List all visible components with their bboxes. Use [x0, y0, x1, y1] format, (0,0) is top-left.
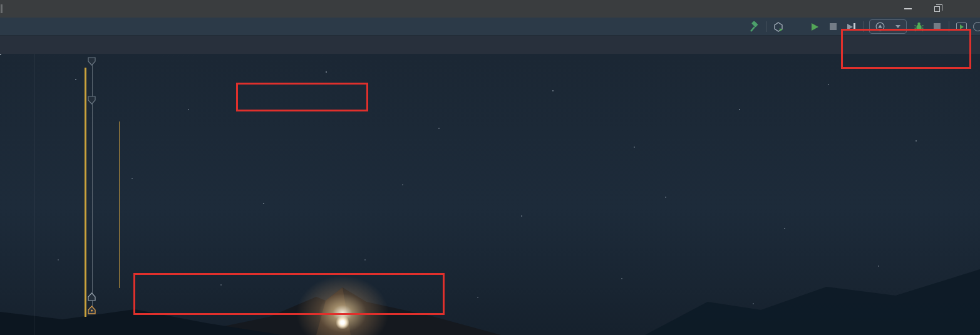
chevron-down-icon: [895, 25, 900, 28]
restore-button[interactable]: [922, 0, 951, 18]
unity-refresh-icon[interactable]: [790, 21, 803, 33]
minimize-button[interactable]: [894, 0, 922, 18]
window-controls: [894, 0, 980, 18]
run-icon[interactable]: [808, 21, 821, 33]
menu-bar: [0, 0, 980, 18]
annotation-box-classname: [236, 83, 368, 111]
minimize-icon: [904, 8, 912, 9]
stop-icon[interactable]: [827, 21, 839, 33]
menu-edge-icon: [1, 4, 3, 13]
restore-icon: [934, 6, 940, 12]
ide-window: [0, 0, 980, 335]
tab-tools: [0, 36, 16, 54]
toolbar-separator: [766, 21, 766, 32]
profiler-icon[interactable]: [973, 22, 980, 31]
tab-bar: [0, 36, 980, 54]
build-hammer-icon[interactable]: [748, 21, 760, 33]
annotation-box-guide-line: [133, 273, 445, 315]
close-button[interactable]: [951, 0, 980, 18]
annotation-box-active-tab: [841, 29, 971, 69]
unity-attach-icon[interactable]: [772, 21, 785, 33]
